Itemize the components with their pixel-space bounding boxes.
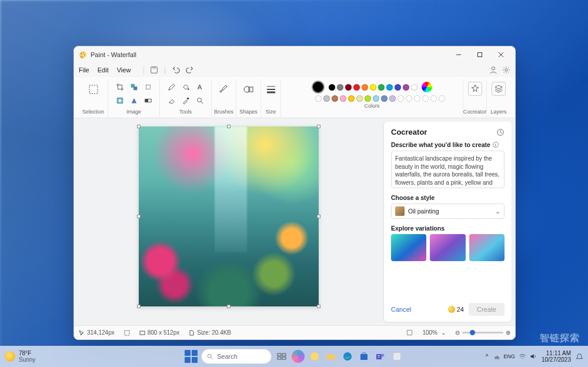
window-title: Paint - Waterfall bbox=[91, 51, 448, 58]
explorer-icon[interactable] bbox=[325, 350, 338, 363]
size-icon[interactable] bbox=[263, 82, 279, 97]
color-swatch[interactable] bbox=[348, 95, 355, 102]
save-icon[interactable] bbox=[150, 66, 158, 74]
account-icon[interactable] bbox=[489, 66, 497, 74]
empty-swatch[interactable] bbox=[414, 95, 420, 102]
language-indicator[interactable]: ENG bbox=[503, 353, 515, 359]
menu-edit[interactable]: Edit bbox=[98, 66, 109, 74]
notifications-icon[interactable] bbox=[576, 353, 583, 361]
variation-thumb[interactable] bbox=[391, 234, 426, 261]
color-swatch[interactable] bbox=[403, 84, 409, 91]
clock[interactable]: 11:11 AM10/27/2023 bbox=[542, 350, 571, 363]
color-swatch[interactable] bbox=[395, 84, 401, 91]
paint-taskbar-icon[interactable] bbox=[308, 350, 321, 363]
canvas-area[interactable] bbox=[74, 118, 383, 325]
svg-text:A: A bbox=[197, 84, 202, 91]
minimize-button[interactable] bbox=[448, 46, 469, 63]
empty-swatch[interactable] bbox=[439, 95, 445, 102]
variation-thumb[interactable] bbox=[430, 234, 465, 261]
create-button[interactable]: Create bbox=[469, 303, 505, 316]
empty-swatch[interactable] bbox=[397, 95, 404, 102]
zoom-slider[interactable] bbox=[462, 332, 503, 333]
color-swatch[interactable] bbox=[373, 95, 379, 102]
style-select[interactable]: Oil painting ⌄ bbox=[391, 203, 505, 219]
text-icon[interactable]: A bbox=[195, 82, 205, 92]
volume-icon[interactable] bbox=[530, 353, 537, 360]
brush-icon[interactable] bbox=[216, 82, 232, 97]
layers-icon[interactable] bbox=[492, 82, 506, 96]
autosave-icon[interactable] bbox=[406, 329, 413, 336]
empty-swatch[interactable] bbox=[406, 95, 412, 102]
redo-icon[interactable] bbox=[186, 66, 194, 74]
copilot-icon[interactable] bbox=[292, 350, 305, 363]
color-swatch[interactable] bbox=[365, 95, 371, 102]
color-swatch[interactable] bbox=[332, 95, 338, 102]
eyedropper-icon[interactable] bbox=[181, 95, 191, 106]
current-color[interactable] bbox=[312, 81, 325, 94]
start-button[interactable] bbox=[185, 350, 198, 363]
zoom-out-icon[interactable]: ⊖ bbox=[455, 329, 460, 336]
store-icon[interactable] bbox=[358, 350, 370, 363]
cocreator-icon[interactable] bbox=[468, 82, 482, 96]
color-swatch[interactable] bbox=[370, 84, 376, 91]
settings-icon[interactable] bbox=[502, 66, 510, 74]
color-swatch[interactable] bbox=[337, 84, 343, 91]
edge-icon[interactable] bbox=[341, 350, 354, 363]
invert-icon[interactable] bbox=[143, 95, 153, 106]
palette-row-1 bbox=[312, 81, 432, 94]
history-icon[interactable] bbox=[496, 128, 505, 136]
color-swatch[interactable] bbox=[345, 84, 352, 91]
color-swatch[interactable] bbox=[353, 84, 360, 91]
zoom-in-icon[interactable]: ⊕ bbox=[506, 329, 510, 336]
svg-point-10 bbox=[492, 67, 495, 70]
crop-icon[interactable] bbox=[115, 82, 125, 92]
color-swatch[interactable] bbox=[389, 95, 396, 102]
color-swatch[interactable] bbox=[356, 95, 363, 102]
empty-swatch[interactable] bbox=[430, 95, 437, 102]
variation-thumb[interactable] bbox=[469, 234, 505, 261]
menu-file[interactable]: File bbox=[79, 66, 89, 74]
menu-view[interactable]: View bbox=[117, 66, 131, 74]
color-swatch[interactable] bbox=[386, 84, 393, 91]
pencil-icon[interactable] bbox=[166, 82, 177, 92]
color-swatch[interactable] bbox=[323, 95, 330, 102]
teams-icon[interactable]: T bbox=[374, 350, 387, 363]
empty-swatch[interactable] bbox=[422, 95, 429, 102]
color-swatch[interactable] bbox=[378, 84, 385, 91]
color-wheel-icon[interactable] bbox=[422, 82, 432, 92]
eraser-icon[interactable] bbox=[166, 95, 177, 106]
wifi-icon[interactable] bbox=[519, 353, 526, 361]
color-swatch[interactable] bbox=[411, 84, 417, 91]
shapes-icon[interactable] bbox=[241, 82, 256, 97]
color-swatch[interactable] bbox=[315, 95, 322, 102]
fill-icon[interactable] bbox=[181, 82, 191, 92]
info-icon[interactable]: i bbox=[493, 142, 499, 148]
prompt-textarea[interactable]: Fantastical landscape inspired by the be… bbox=[391, 151, 505, 188]
taskbar-search[interactable]: Search bbox=[201, 349, 272, 364]
paint-window: Paint - Waterfall File Edit View | Selec… bbox=[74, 46, 516, 340]
color-swatch[interactable] bbox=[340, 95, 346, 102]
magnifier-icon[interactable] bbox=[195, 95, 205, 106]
resize-icon[interactable] bbox=[129, 82, 139, 92]
tray-chevron-icon[interactable]: ^ bbox=[486, 353, 489, 360]
color-swatch[interactable] bbox=[329, 84, 335, 91]
color-swatch[interactable] bbox=[362, 84, 368, 91]
maximize-button[interactable] bbox=[469, 46, 490, 63]
onedrive-icon[interactable] bbox=[493, 353, 500, 360]
remove-bg-icon[interactable] bbox=[115, 95, 125, 106]
cancel-button[interactable]: Cancel bbox=[391, 306, 411, 313]
task-view-icon[interactable] bbox=[275, 350, 288, 363]
color-swatch[interactable] bbox=[381, 95, 387, 102]
svg-rect-38 bbox=[278, 357, 281, 359]
pinned-app-icon[interactable] bbox=[390, 350, 403, 363]
close-button[interactable] bbox=[490, 46, 512, 63]
svg-point-20 bbox=[188, 88, 189, 90]
flip-icon[interactable] bbox=[129, 95, 139, 106]
select-rect-icon[interactable] bbox=[86, 82, 101, 97]
svg-rect-5 bbox=[478, 53, 482, 57]
explore-label: Explore variations bbox=[391, 225, 505, 232]
canvas[interactable] bbox=[139, 126, 319, 306]
weather-widget[interactable]: 78°FSunny bbox=[5, 350, 35, 363]
undo-icon[interactable] bbox=[172, 66, 180, 74]
rotate-icon[interactable] bbox=[143, 82, 153, 92]
